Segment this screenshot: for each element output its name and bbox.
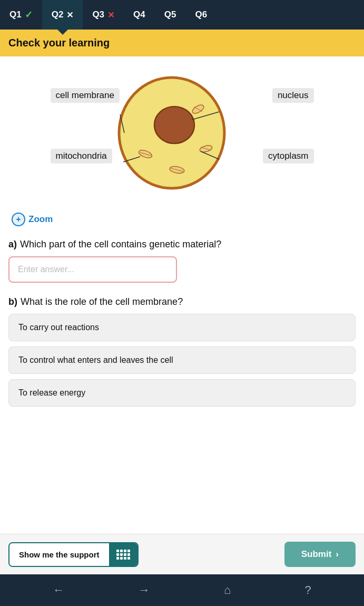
main-content: cell membrane nucleus mitochondria cytop… [0, 56, 364, 534]
back-arrow-icon[interactable]: ← [53, 583, 64, 597]
tab-q5[interactable]: Q5 [155, 0, 186, 30]
submit-label: Submit [301, 549, 332, 560]
tab-q6[interactable]: Q6 [185, 0, 217, 30]
q3-x-icon: ✕ [107, 10, 114, 20]
support-group: Show me the support [8, 542, 139, 567]
option-2[interactable]: To control what enters and leaves the ce… [8, 347, 356, 374]
q2-label: Q2 [52, 9, 64, 20]
q5-label: Q5 [164, 9, 176, 20]
question-b-prefix: b) [8, 296, 17, 307]
submit-button[interactable]: Submit › [284, 542, 356, 567]
diagram-wrapper: cell membrane nucleus mitochondria cytop… [51, 67, 314, 204]
forward-arrow-icon[interactable]: → [139, 583, 150, 597]
question-b-text: What is the role of the cell membrane? [21, 296, 183, 307]
section-title: Check your learning [8, 37, 356, 49]
answer-input-a[interactable] [8, 256, 177, 283]
q1-label: Q1 [9, 9, 22, 20]
cell-illustration [114, 72, 230, 194]
tab-q4[interactable]: Q4 [124, 0, 155, 30]
home-icon[interactable]: ⌂ [224, 583, 231, 597]
section-header: Check your learning [0, 30, 364, 56]
zoom-label: Zoom [28, 214, 53, 225]
grid-toggle-button[interactable] [109, 543, 137, 566]
cell-diagram-area: cell membrane nucleus mitochondria cytop… [8, 56, 356, 209]
zoom-icon: + [12, 213, 25, 226]
q6-label: Q6 [195, 9, 207, 20]
submit-chevron-icon: › [336, 549, 339, 560]
q2-x-icon: ✕ [66, 10, 73, 20]
option-1[interactable]: To carry out reactions [8, 314, 356, 341]
help-icon[interactable]: ? [305, 583, 311, 597]
tab-q2[interactable]: Q2 ✕ [42, 0, 83, 30]
question-nav: Q1 ✓ Q2 ✕ Q3 ✕ Q4 Q5 Q6 [0, 0, 364, 30]
question-a-label: a)Which part of the cell contains geneti… [8, 238, 356, 251]
q3-label: Q3 [92, 9, 104, 20]
device-bar: ← → ⌂ ? [0, 574, 364, 606]
label-cell-membrane: cell membrane [51, 88, 120, 103]
svg-point-1 [154, 107, 194, 143]
question-a-prefix: a) [8, 239, 17, 249]
bottom-bar: Show me the support Submit › [0, 534, 364, 574]
q1-check-icon: ✓ [25, 9, 33, 21]
show-support-button[interactable]: Show me the support [9, 543, 109, 566]
tab-q1[interactable]: Q1 ✓ [0, 0, 42, 30]
q4-label: Q4 [133, 9, 145, 20]
question-a-section: a)Which part of the cell contains geneti… [8, 235, 356, 292]
question-a-text: Which part of the cell contains genetic … [20, 239, 221, 249]
option-3[interactable]: To release energy [8, 379, 356, 407]
question-b-section: b)What is the role of the cell membrane?… [8, 292, 356, 412]
tab-q3[interactable]: Q3 ✕ [83, 0, 124, 30]
label-nucleus: nucleus [272, 88, 314, 103]
zoom-button[interactable]: + Zoom [8, 209, 356, 235]
label-mitochondria: mitochondria [51, 149, 112, 163]
grid-icon [116, 550, 130, 560]
label-cytoplasm: cytoplasm [263, 149, 314, 163]
question-b-label: b)What is the role of the cell membrane? [8, 295, 356, 309]
